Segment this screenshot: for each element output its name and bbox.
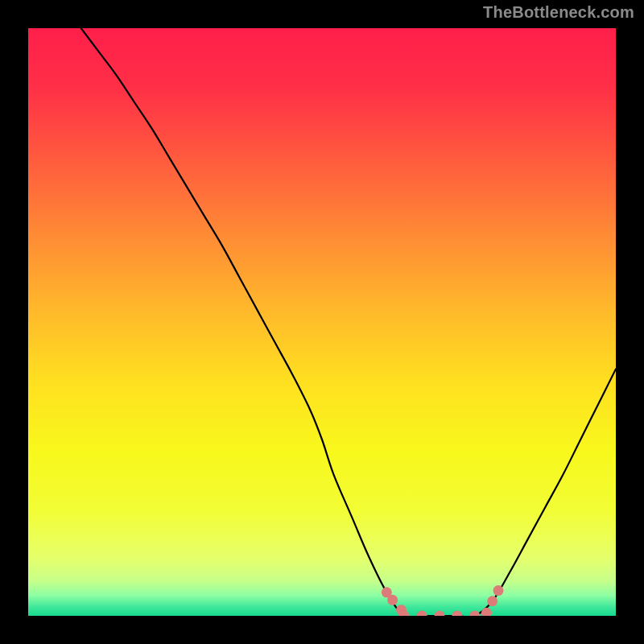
watermark-label: TheBottleneck.com xyxy=(483,3,634,22)
marker-point xyxy=(487,596,497,606)
chart-svg xyxy=(28,28,616,616)
plot-area xyxy=(28,28,616,616)
marker-point xyxy=(493,585,504,596)
gradient-background xyxy=(28,28,616,616)
marker-point xyxy=(387,595,398,605)
chart-stage: TheBottleneck.com xyxy=(0,0,644,644)
